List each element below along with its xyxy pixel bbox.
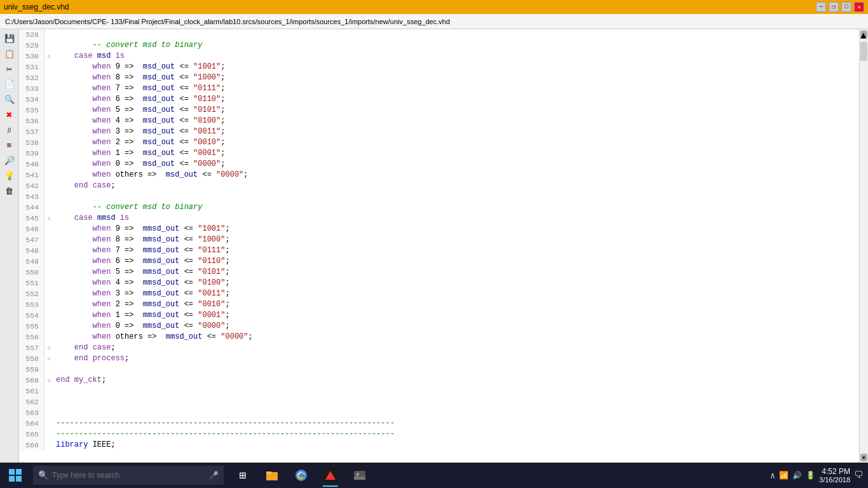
scrollbar-thumb-down[interactable]: ▼ [860,454,867,461]
line-code[interactable]: when 9 => msd_out <= "1001"; [53,62,225,72]
photos-app[interactable] [346,463,374,488]
restore-button[interactable]: ❐ [829,2,839,12]
zoom-icon[interactable]: 🔎 [3,154,17,168]
line-code[interactable]: when 3 => msd_out <= "0011"; [53,126,225,137]
table-row: 559 [19,364,859,375]
table-row: 545◇ case mmsd is [19,213,859,224]
minimize-button[interactable]: ─ [816,2,826,12]
line-code[interactable]: when 3 => mmsd_out <= "0011"; [53,288,230,299]
line-code[interactable]: when 2 => msd_out <= "0010"; [53,137,225,148]
file-explorer-icon [264,468,280,483]
table-row: 542 end case; [19,180,859,191]
close-button[interactable]: ✕ [854,2,864,12]
line-marker: ◇ [44,213,53,224]
file-path: C:/Users/Jason/Documents/CPE- 133/Final … [5,18,450,25]
line-code[interactable]: when 0 => mmsd_out <= "0000"; [53,321,230,332]
line-number: 559 [19,364,44,375]
line-code[interactable]: when 5 => mmsd_out <= "0101"; [53,267,230,278]
line-code[interactable]: when 1 => msd_out <= "0001"; [53,148,225,159]
start-button[interactable] [0,463,31,488]
line-code[interactable]: ----------------------------------------… [53,429,395,440]
chrome-app[interactable] [287,463,315,488]
network-icon[interactable]: 📶 [779,471,789,480]
line-code[interactable]: -- convert msd to binary [53,40,202,51]
task-view-icon: ⊞ [235,468,250,483]
list-icon[interactable]: ≡ [3,139,17,152]
search-input[interactable] [52,471,179,480]
line-code[interactable]: ----------------------------------------… [53,418,395,429]
line-number: 534 [19,94,44,105]
microphone-icon[interactable]: 🎤 [209,471,219,480]
line-code[interactable]: when 5 => msd_out <= "0101"; [53,105,225,116]
document-icon[interactable]: 📄 [3,78,17,92]
code-scroll[interactable]: 528 529 -- convert msd to binary530◇ cas… [19,29,859,463]
line-number: 544 [19,202,44,213]
left-toolbar: 💾 📋 ✂ 📄 🔍 ✖ // ≡ 🔎 💡 🗑 [0,29,19,463]
line-number: 551 [19,278,44,288]
line-code[interactable]: when 9 => mmsd_out <= "1001"; [53,224,230,234]
line-code[interactable] [53,29,60,40]
save-icon[interactable]: 💾 [3,32,17,46]
line-code[interactable]: when 7 => mmsd_out <= "0111"; [53,245,230,256]
line-code[interactable] [53,386,60,396]
line-number: 541 [19,170,44,180]
line-code[interactable] [53,407,60,418]
scrollbar-thumb-up[interactable]: ▲ [860,30,867,38]
line-code[interactable] [53,364,60,375]
delete-icon[interactable]: ✖ [3,108,17,122]
line-code[interactable]: -- convert msd to binary [53,202,202,213]
line-code[interactable]: end case; [53,342,116,353]
line-code[interactable]: when 8 => msd_out <= "1000"; [53,72,225,83]
line-code[interactable]: when others => msd_out <= "0000"; [53,170,248,180]
battery-icon[interactable]: 🔋 [806,471,815,480]
search-bar[interactable]: 🔍 🎤 [33,466,224,485]
file-explorer-app[interactable] [258,463,286,488]
line-code[interactable]: when 6 => msd_out <= "0110"; [53,94,225,105]
line-code[interactable]: when 6 => mmsd_out <= "0110"; [53,256,230,267]
editor-container: 💾 📋 ✂ 📄 🔍 ✖ // ≡ 🔎 💡 🗑 528 529 -- conver… [0,29,868,463]
table-row: 555 when 0 => mmsd_out <= "0000"; [19,321,859,332]
notification-icon[interactable]: 🗨 [854,470,863,480]
line-code[interactable]: when 8 => mmsd_out <= "1000"; [53,234,230,245]
line-number: 553 [19,299,44,310]
terminal-icon [323,468,338,483]
line-code[interactable]: end process; [53,353,129,364]
line-code[interactable]: when 4 => msd_out <= "0100"; [53,116,225,126]
svg-rect-2 [266,471,271,474]
line-number: 532 [19,72,44,83]
line-code[interactable]: when 7 => msd_out <= "0111"; [53,83,225,94]
line-code[interactable]: when 2 => mmsd_out <= "0010"; [53,299,230,310]
bulb-icon[interactable]: 💡 [3,169,17,183]
line-code[interactable] [53,396,60,407]
line-code[interactable]: case mmsd is [53,213,129,224]
table-row: 566library IEEE; [19,440,859,451]
code-editor[interactable]: 528 529 -- convert msd to binary530◇ cas… [19,29,859,463]
clock-display[interactable]: 4:52 PM 3/16/2018 [819,467,850,484]
line-code[interactable]: end my_ckt; [53,375,106,386]
paste-icon[interactable]: 📋 [3,47,17,61]
line-code[interactable] [53,191,60,202]
maximize-button[interactable]: □ [841,2,851,12]
tray-chevron-icon[interactable]: ∧ [770,470,775,481]
line-code[interactable]: library IEEE; [53,440,116,451]
cut-icon[interactable]: ✂ [3,62,17,76]
line-code[interactable]: when 0 => msd_out <= "0000"; [53,159,225,170]
line-code[interactable]: case msd is [53,51,125,62]
table-row: 536 when 4 => msd_out <= "0100"; [19,116,859,126]
trash-icon[interactable]: 🗑 [3,184,17,198]
line-code[interactable]: when 4 => mmsd_out <= "0100"; [53,278,230,288]
vivaldi-app[interactable] [316,463,344,488]
comment-icon[interactable]: // [3,123,17,137]
task-view-button[interactable]: ⊞ [229,463,257,488]
line-number: 560 [19,375,44,386]
right-scrollbar[interactable]: ▲ ▼ [859,29,868,463]
line-number: 539 [19,148,44,159]
table-row: 534 when 6 => msd_out <= "0110"; [19,94,859,105]
volume-icon[interactable]: 🔊 [792,471,802,480]
line-code[interactable]: end case; [53,180,116,191]
search-toolbar-icon[interactable]: 🔍 [3,93,17,107]
line-code[interactable]: when 1 => mmsd_out <= "0001"; [53,310,230,321]
table-row: 558◇ end process; [19,353,859,364]
scrollbar-thumb[interactable] [860,42,867,61]
line-code[interactable]: when others => mmsd_out <= "0000"; [53,332,253,342]
